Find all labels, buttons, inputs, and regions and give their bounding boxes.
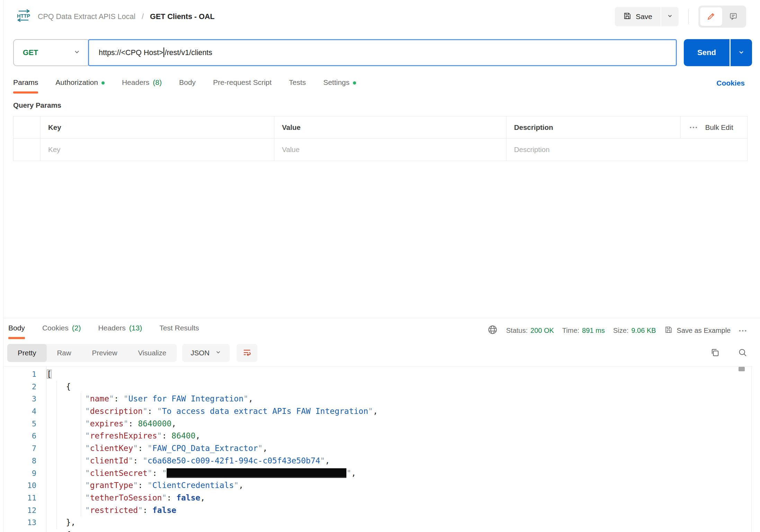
status-group: Status: 200 OK [506, 327, 554, 335]
actions-divider [688, 9, 689, 24]
bulk-edit-cell: ••• Bulk Edit [680, 116, 747, 138]
comments-button[interactable] [722, 7, 744, 26]
line-number: 7 [4, 442, 46, 455]
response-tabs: BodyCookies(2)Headers(13)Test Results [8, 322, 199, 338]
response-tab-body[interactable]: Body [8, 322, 25, 338]
tab-label: Headers [98, 324, 125, 332]
tab-label: Authorization [55, 78, 98, 87]
response-toolbar: PrettyRawPreviewVisualize JSON [7, 344, 748, 362]
send-options-button[interactable] [731, 39, 752, 66]
view-tab-visualize[interactable]: Visualize [127, 344, 177, 362]
line-number: 5 [4, 418, 46, 430]
code-line-12: "restricted": false [47, 504, 751, 517]
request-name[interactable]: GET Clients - OAL [150, 12, 214, 21]
response-tab-cookies[interactable]: Cookies(2) [42, 322, 81, 338]
code-line-8: "clientId": "c6a68e50-c009-42f1-994c-c05… [47, 455, 751, 467]
save-as-example-label: Save as Example [677, 327, 731, 335]
line-number: 4 [4, 405, 46, 418]
http-icon: HTTP [16, 8, 32, 25]
send-cluster: Send [684, 39, 752, 66]
code-line-5: "expires": 8640000, [47, 418, 751, 430]
response-body-panel: 1234567891011121314 [ { "name": "User fo… [4, 366, 752, 532]
request-tab-settings[interactable]: Settings [323, 77, 356, 93]
url-input[interactable]: https://<CPQ Host>/rest/v1/clients [88, 39, 677, 66]
response-tab-headers[interactable]: Headers(13) [98, 322, 142, 338]
redacted-client-secret [167, 468, 346, 478]
code-line-6: "refreshExpires": 86400, [47, 430, 751, 442]
view-tab-raw[interactable]: Raw [47, 344, 82, 362]
line-number: 13 [4, 516, 46, 529]
value-input[interactable]: Value [274, 139, 506, 161]
response-tab-test-results[interactable]: Test Results [159, 322, 199, 338]
code-gutter: 1234567891011121314 [4, 368, 46, 532]
code-line-10: "grantType": "ClientCredentials", [47, 479, 751, 492]
request-tab-headers[interactable]: Headers(8) [122, 77, 162, 93]
request-tab-body[interactable]: Body [179, 77, 196, 93]
line-number: 9 [4, 467, 46, 480]
response-tool-icons [710, 348, 748, 358]
request-tab-params[interactable]: Params [13, 77, 38, 93]
tab-label: Params [13, 78, 38, 87]
request-tab-authorization[interactable]: Authorization [55, 77, 105, 93]
query-params-title: Query Params [13, 101, 61, 109]
collection-name[interactable]: CPQ Data Extract APIS Local [38, 12, 135, 21]
scrollbar-thumb[interactable] [739, 367, 745, 371]
view-tab-preview[interactable]: Preview [82, 344, 128, 362]
search-response-button[interactable] [738, 348, 748, 358]
wrap-text-icon [242, 348, 252, 358]
select-column-header [14, 116, 40, 138]
code-line-11: "tetherToSession": false, [47, 492, 751, 504]
response-divider [4, 318, 760, 318]
breadcrumb: HTTP CPQ Data Extract APIS Local / GET C… [16, 8, 214, 25]
key-input[interactable]: Key [40, 139, 274, 161]
header-actions: Save [615, 6, 746, 28]
save-button[interactable]: Save [615, 7, 661, 26]
response-header: BodyCookies(2)Headers(13)Test Results St… [8, 319, 748, 342]
request-tab-tests[interactable]: Tests [289, 77, 306, 93]
line-number: 1 [4, 368, 46, 381]
comment-icon [729, 12, 738, 22]
format-select[interactable]: JSON [182, 344, 230, 362]
wrap-text-button[interactable] [237, 344, 257, 362]
method-label: GET [23, 48, 38, 57]
code-line-3: "name": "User for FAW Integration", [47, 393, 751, 405]
save-icon [623, 12, 631, 22]
more-actions-icon[interactable]: ••• [690, 124, 698, 130]
chevron-down-icon [667, 12, 673, 21]
code-line-7: "clientKey": "FAW_CPQ_Data_Extractor", [47, 442, 751, 455]
code-line-2: { [47, 381, 751, 393]
code-line-9: "clientSecret": "", [47, 467, 751, 480]
green-dot-indicator [353, 81, 356, 85]
response-meta: Status: 200 OK Time: 891 ms Size: 9.06 K… [487, 325, 748, 337]
bulk-edit-button[interactable]: Bulk Edit [705, 123, 733, 132]
save-icon [664, 326, 673, 336]
code-line-4: "description": "To access data extract A… [47, 405, 751, 418]
status-label: Status: [506, 327, 528, 335]
copy-response-button[interactable] [710, 348, 720, 358]
edit-request-button[interactable] [700, 7, 722, 26]
cookies-link[interactable]: Cookies [716, 79, 745, 87]
gutter-divider [46, 366, 46, 532]
save-as-example-button[interactable]: Save as Example [664, 326, 731, 336]
send-button[interactable]: Send [684, 39, 730, 66]
tab-label: Pre-request Script [213, 78, 272, 87]
method-select[interactable]: GET [13, 39, 90, 66]
save-cluster: Save [615, 7, 679, 26]
tab-label: Body [8, 324, 25, 332]
save-options-button[interactable] [661, 7, 679, 26]
table-header-row: Key Value Description ••• Bulk Edit [14, 116, 747, 139]
view-tab-pretty[interactable]: Pretty [7, 344, 47, 362]
globe-icon[interactable] [487, 325, 498, 337]
chevron-down-icon [73, 48, 80, 57]
line-number: 14 [4, 529, 46, 532]
status-value: 200 OK [530, 327, 554, 335]
url-text-after: /rest/v1/clients [165, 48, 212, 57]
request-tab-pre-request-script[interactable]: Pre-request Script [213, 77, 272, 93]
description-input[interactable]: Description [506, 139, 747, 161]
line-number: 10 [4, 479, 46, 492]
response-more-actions-button[interactable]: ••• [739, 328, 748, 334]
column-header-description: Description [506, 116, 680, 138]
svg-text:HTTP: HTTP [17, 13, 30, 19]
tab-count: (8) [153, 78, 162, 87]
request-bar: GET https://<CPQ Host>/rest/v1/clients S… [13, 39, 752, 66]
